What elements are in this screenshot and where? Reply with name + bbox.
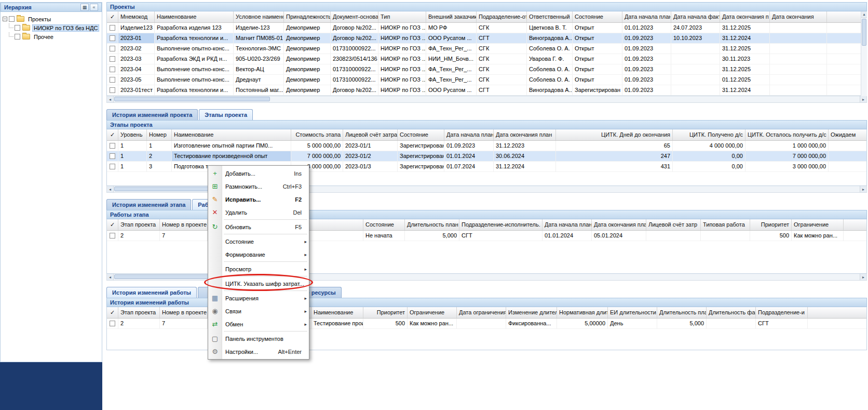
menu-item-связи[interactable]: ◉Связи▸ bbox=[208, 305, 309, 318]
table-row[interactable]: 2023-01Разработка технологии и...Магнит … bbox=[107, 33, 866, 44]
row-checkbox[interactable] bbox=[110, 321, 115, 326]
column-header-нормативная-длит[interactable]: Нормативная длит bbox=[557, 307, 608, 318]
menu-item-расширения[interactable]: ▦Расширения▸ bbox=[208, 292, 309, 305]
row-checkbox[interactable] bbox=[110, 143, 115, 149]
column-header-ограничение[interactable]: Ограничение bbox=[792, 219, 844, 230]
column-header-условное-наименова[interactable]: Условное наименова bbox=[234, 11, 284, 22]
column-header-дата-начала-факт[interactable]: Дата начала факт bbox=[671, 11, 720, 22]
column-header-номер-в-проекте[interactable]: Номер в проекте bbox=[160, 219, 208, 230]
table-row[interactable]: 11Изготовление опытной партии ПМ0...5 00… bbox=[107, 141, 867, 151]
tree-item-прочее[interactable]: Прочее bbox=[1, 32, 102, 41]
column-header-дата-начала-план[interactable]: Дата начала план. bbox=[622, 11, 671, 22]
column-header-уровень[interactable]: Уровень bbox=[118, 129, 147, 140]
menu-item-удалить[interactable]: ✕УдалитьDel bbox=[208, 206, 309, 219]
column-header-item[interactable]: ✓ bbox=[107, 129, 118, 140]
scroll-right-icon[interactable]: ▸ bbox=[860, 274, 866, 280]
column-header-изменение-длител[interactable]: Изменение длител bbox=[506, 307, 557, 318]
row-checkbox[interactable] bbox=[110, 87, 115, 93]
tab-история-изменений-этапа[interactable]: История изменений этапа bbox=[106, 199, 191, 210]
column-header-дата-начала-план[interactable]: Дата начала план. bbox=[542, 219, 592, 230]
column-header-цитк-получено-д-с[interactable]: ЦИТК. Получено д/с bbox=[673, 129, 745, 140]
column-header-наименование[interactable]: Наименование bbox=[172, 129, 291, 140]
table-row[interactable]: 2023-01тестРазработка технологии и...Пос… bbox=[107, 85, 866, 96]
column-header-дата-окончания[interactable]: Дата окончания bbox=[770, 11, 827, 22]
tab-этапы-проекта[interactable]: Этапы проекта bbox=[199, 109, 253, 120]
column-header-цитк-дней-до-окончания[interactable]: ЦИТК. Дней до окончания bbox=[556, 129, 673, 140]
menu-item-настройки[interactable]: ⚙Настройки...Alt+Enter bbox=[208, 345, 309, 358]
scroll-up-icon[interactable]: ▴ bbox=[861, 11, 867, 18]
menu-item-обмен[interactable]: ⇄Обмен▸ bbox=[208, 318, 309, 330]
scroll-right-icon[interactable]: ▸ bbox=[860, 186, 866, 192]
column-header-подразделение-и[interactable]: Подразделение-и bbox=[756, 307, 808, 318]
tree-checkbox[interactable] bbox=[9, 16, 15, 22]
menu-item-цитк-указать-шифр-затрат[interactable]: ЦИТК. Указать шифр затрат... bbox=[208, 277, 309, 290]
column-header-состояние[interactable]: Состояние bbox=[398, 129, 444, 140]
tree-checkbox[interactable] bbox=[15, 25, 20, 31]
tab-история-изменений-проекта[interactable]: История изменений проекта bbox=[106, 109, 198, 120]
tree-checkbox[interactable] bbox=[15, 34, 20, 39]
column-header-приоритет[interactable]: Приоритет bbox=[363, 307, 408, 318]
column-header-дата-ограничения[interactable]: Дата ограничения bbox=[457, 307, 506, 318]
table-row[interactable]: 2023-02Выполнение опытно-конс...Технолог… bbox=[107, 44, 866, 54]
find-icon[interactable]: ▦ bbox=[80, 4, 89, 11]
table-row[interactable]: 2023-03Разработка ЭКД и РКД н...905-U020… bbox=[107, 54, 866, 64]
column-header-дата-начала-план[interactable]: Дата начала план bbox=[444, 129, 494, 140]
column-header-ответственный[interactable]: Ответственный bbox=[527, 11, 573, 22]
row-checkbox[interactable] bbox=[110, 77, 115, 83]
horizontal-scrollbar[interactable]: ◂ ▸ bbox=[106, 96, 867, 103]
column-header-дата-окончания-план[interactable]: Дата окончания план bbox=[592, 219, 646, 230]
column-header-состояние[interactable]: Состояние bbox=[363, 219, 405, 230]
column-header-номер[interactable]: Номер bbox=[147, 129, 172, 140]
column-header-цитк-осталось-получить-д-с[interactable]: ЦИТК. Осталось получить д/с bbox=[745, 129, 829, 140]
column-header-длительность-фак[interactable]: Длительность фак bbox=[707, 307, 756, 318]
column-header-ограничение[interactable]: Ограничение bbox=[408, 307, 457, 318]
row-checkbox[interactable] bbox=[110, 56, 115, 62]
row-checkbox[interactable] bbox=[110, 153, 115, 159]
column-header-принадлежность[interactable]: Принадлежность bbox=[284, 11, 331, 22]
column-header-item[interactable]: ✓ bbox=[107, 219, 118, 230]
column-header-приоритет[interactable]: Приоритет bbox=[750, 219, 792, 230]
scroll-track[interactable] bbox=[114, 96, 860, 102]
row-checkbox[interactable] bbox=[110, 233, 115, 239]
menu-item-состояние[interactable]: Состояние▸ bbox=[208, 235, 309, 248]
tree-item-проекты[interactable]: −Проекты bbox=[1, 15, 102, 23]
table-row[interactable]: 2023-04Выполнение опытно-конс...Вектор-А… bbox=[107, 64, 866, 75]
menu-item-панель-инструментов[interactable]: ▢Панель инструментов bbox=[208, 332, 309, 345]
menu-item-добавить[interactable]: +Добавить...Ins bbox=[208, 167, 309, 180]
column-header-еи-длительности[interactable]: ЕИ длительности bbox=[608, 307, 657, 318]
column-header-этап-проекта[interactable]: Этап проекта bbox=[118, 219, 160, 230]
row-checkbox[interactable] bbox=[110, 46, 115, 51]
row-checkbox[interactable] bbox=[110, 164, 115, 169]
column-header-состояние[interactable]: Состояние bbox=[573, 11, 622, 22]
column-header-подразделение-от[interactable]: Подразделение-от bbox=[477, 11, 527, 22]
scroll-left-icon[interactable]: ◂ bbox=[107, 96, 114, 102]
tab-история-изменений-работы[interactable]: История изменений работы bbox=[106, 287, 197, 298]
column-header-мнемокод[interactable]: Мнемокод bbox=[118, 11, 155, 22]
column-header-длительность-пла[interactable]: Длительность пла bbox=[657, 307, 707, 318]
column-header-item[interactable]: ✓ bbox=[107, 11, 118, 22]
column-header-лицевой-счёт-затрат[interactable]: Лицевой счёт затрат: bbox=[343, 129, 398, 140]
menu-item-обновить[interactable]: ↻ОбновитьF5 bbox=[208, 220, 309, 233]
scroll-thumb[interactable] bbox=[114, 97, 270, 101]
row-checkbox[interactable] bbox=[110, 35, 115, 41]
row-checkbox[interactable] bbox=[110, 67, 115, 72]
table-row[interactable]: 2023-05Выполнение опытно-конс...Дреднаут… bbox=[107, 75, 866, 85]
table-row[interactable]: 12Тестирование произведенной опыт7 000 0… bbox=[107, 151, 867, 162]
column-header-документ-основан[interactable]: Документ-основан bbox=[331, 11, 378, 22]
column-header-наименование[interactable]: Наименование bbox=[155, 11, 234, 22]
scroll-thumb[interactable] bbox=[862, 19, 866, 46]
column-header-длительность-план[interactable]: Длительность план▼ bbox=[405, 219, 459, 230]
menu-item-просмотр[interactable]: Просмотр▸ bbox=[208, 262, 309, 275]
table-row[interactable]: Изделие123Разработка изделия 123Изделие-… bbox=[107, 23, 866, 33]
tree-item-ниокр-по-гоз-без-ндс[interactable]: НИОКР по ГОЗ без НДС bbox=[1, 23, 102, 32]
column-header-номер-в-проекте[interactable]: Номер в проекте bbox=[160, 307, 208, 318]
column-header-тип[interactable]: Тип bbox=[378, 11, 426, 22]
column-header-типовая-работа[interactable]: Типовая работа bbox=[701, 219, 750, 230]
column-header-лицевой-счёт-затр[interactable]: Лицевой счёт затр bbox=[646, 219, 701, 230]
scroll-left-icon[interactable]: ◂ bbox=[107, 274, 114, 280]
menu-item-формирование[interactable]: Формирование▸ bbox=[208, 248, 309, 261]
column-header-стоимость-этапа[interactable]: Стоимость этапа bbox=[291, 129, 343, 140]
column-header-ожидаем[interactable]: Ожидаем bbox=[829, 129, 867, 140]
column-header-подразделение-исполнитель[interactable]: Подразделение-исполнитель. bbox=[459, 219, 542, 230]
column-header-этап-проекта[interactable]: Этап проекта bbox=[118, 307, 160, 318]
